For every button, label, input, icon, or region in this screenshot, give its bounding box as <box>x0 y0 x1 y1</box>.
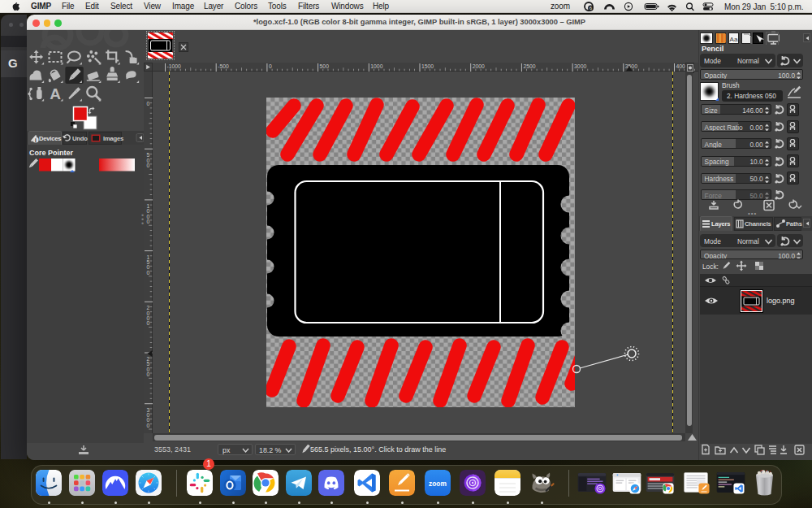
svg-text:zoom: zoom <box>429 480 447 488</box>
svg-text:Aa: Aa <box>730 36 738 43</box>
svg-text:0: 0 <box>147 371 150 377</box>
svg-text:1500: 1500 <box>421 63 434 69</box>
svg-text:i: i <box>35 137 37 143</box>
svg-text:0: 0 <box>147 423 150 428</box>
svg-text:2000: 2000 <box>473 63 485 69</box>
svg-text:0: 0 <box>147 270 150 276</box>
svg-text:1000: 1000 <box>370 63 382 69</box>
svg-text:0: 0 <box>269 63 272 69</box>
svg-text:-500: -500 <box>218 63 229 69</box>
svg-text:2500: 2500 <box>523 63 535 69</box>
svg-text:0: 0 <box>147 163 150 168</box>
svg-text:-1000: -1000 <box>167 63 182 69</box>
svg-text:3500: 3500 <box>625 63 637 69</box>
svg-text:0: 0 <box>147 219 150 224</box>
svg-text:0: 0 <box>147 101 150 106</box>
svg-text:500: 500 <box>320 63 330 69</box>
svg-text:3000: 3000 <box>574 63 586 69</box>
svg-text:A: A <box>50 85 61 102</box>
svg-text:0: 0 <box>147 320 150 326</box>
